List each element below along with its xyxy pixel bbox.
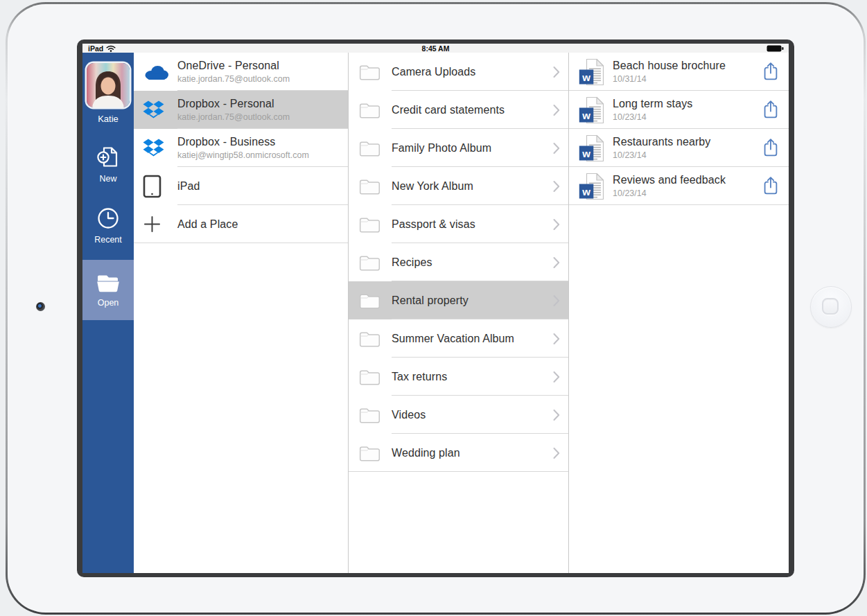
share-icon [763, 176, 778, 195]
folder-icon [359, 444, 392, 462]
folder-name: Rental property [392, 294, 468, 307]
svg-text:w: w [581, 71, 590, 83]
place-title: OneDrive - Personal [177, 60, 290, 72]
chevron-right-icon [553, 256, 560, 268]
chevron-right-icon [553, 333, 560, 344]
folder-item[interactable]: Tax returns [349, 358, 568, 396]
document-date: 10/31/14 [613, 74, 726, 84]
document-title: Long term stays [613, 98, 692, 110]
document-item[interactable]: w Beach house brochure 10/31/14 [569, 53, 789, 91]
folder-item[interactable]: New York Album [349, 167, 568, 205]
place-subtitle: katie.jordan.75@outlook.com [177, 74, 290, 84]
profile-button[interactable]: Katie [82, 63, 134, 124]
svg-text:w: w [581, 148, 590, 159]
folder-item[interactable]: Wedding plan [349, 434, 568, 472]
front-camera [36, 302, 45, 311]
place-title: Add a Place [177, 218, 238, 231]
places-panel[interactable]: OneDrive - Personal katie.jordan.75@outl… [134, 53, 349, 573]
word-document-icon: w [579, 134, 613, 162]
ipad-device: iPad 8:45 AM [6, 2, 866, 615]
folder-name: Credit card statements [392, 104, 505, 116]
folder-item[interactable]: Summer Vacation Album [349, 319, 568, 358]
folder-icon [359, 139, 392, 157]
share-icon [763, 62, 778, 80]
document-item[interactable]: w Long term stays 10/23/14 [569, 91, 789, 129]
share-button[interactable] [762, 98, 780, 122]
sidebar-item-new[interactable]: New [82, 138, 134, 191]
place-icon-holder [143, 139, 177, 158]
avatar [87, 63, 130, 107]
share-button[interactable] [762, 175, 780, 198]
document-title: Restaurants nearby [613, 136, 710, 148]
place-item[interactable]: iPad [134, 167, 348, 205]
sidebar-item-open[interactable]: Open [82, 260, 134, 320]
ipad-icon [143, 175, 161, 198]
plus-icon [143, 215, 161, 234]
folder-name: Summer Vacation Album [392, 333, 514, 345]
folder-item[interactable]: Rental property [349, 281, 568, 319]
place-item[interactable]: Dropbox - Personal katie.jordan.75@outlo… [134, 91, 348, 129]
folder-icon [359, 292, 392, 310]
folder-item[interactable]: Passport & visas [349, 205, 568, 243]
place-item[interactable]: Dropbox - Business katiej@wingtip58.onmi… [134, 129, 348, 167]
place-title: Dropbox - Personal [177, 98, 290, 110]
place-title: iPad [177, 180, 200, 193]
document-item[interactable]: w Reviews and feedback 10/23/14 [569, 167, 789, 205]
folder-name: Tax returns [392, 371, 447, 383]
document-item[interactable]: w Restaurants nearby 10/23/14 [569, 129, 789, 167]
sidebar-item-recent[interactable]: Recent [82, 199, 134, 252]
folder-item[interactable]: Family Photo Album [349, 129, 568, 167]
chevron-right-icon [553, 180, 560, 192]
place-subtitle: katie.jordan.75@outlook.com [177, 112, 290, 122]
place-subtitle: katiej@wingtip58.onmicrosoft.com [177, 150, 309, 160]
sidebar-item-label: Recent [94, 235, 122, 245]
word-document-icon: w [579, 173, 613, 200]
folder-name: New York Album [392, 180, 473, 193]
clock: 8:45 AM [82, 44, 789, 53]
folder-item[interactable]: Credit card statements [349, 91, 568, 129]
screenshot-canvas: iPad 8:45 AM [0, 0, 867, 616]
folder-item[interactable]: Recipes [349, 243, 568, 281]
status-bar: iPad 8:45 AM [82, 44, 789, 53]
folder-icon [359, 101, 392, 119]
folder-name: Family Photo Album [392, 142, 491, 155]
chevron-right-icon [553, 409, 560, 421]
svg-text:w: w [581, 186, 590, 197]
chevron-right-icon [553, 218, 560, 230]
share-button[interactable] [762, 137, 780, 160]
app-sidebar: Katie New [82, 53, 134, 573]
folder-item[interactable]: Camera Uploads [349, 53, 568, 91]
open-folder-icon [96, 273, 121, 294]
folder-item[interactable]: Videos [349, 396, 568, 434]
chevron-right-icon [553, 294, 560, 306]
dropbox-icon [143, 100, 164, 120]
folders-panel[interactable]: Camera Uploads Credit card statements Fa… [349, 53, 569, 573]
place-item[interactable]: Add a Place [134, 205, 348, 243]
folder-icon [359, 215, 392, 234]
folder-name: Recipes [392, 256, 432, 269]
folder-name: Wedding plan [392, 447, 460, 459]
place-item[interactable]: OneDrive - Personal katie.jordan.75@outl… [134, 53, 348, 91]
chevron-right-icon [553, 66, 560, 78]
chevron-right-icon [553, 142, 560, 154]
folder-name: Videos [392, 409, 426, 421]
user-name: Katie [82, 114, 134, 124]
share-icon [763, 138, 778, 157]
document-title: Reviews and feedback [613, 174, 726, 186]
sidebar-item-label: New [99, 174, 116, 184]
documents-panel[interactable]: w Beach house brochure 10/31/14 [569, 53, 789, 573]
folder-icon [359, 406, 392, 424]
ipad-bezel: iPad 8:45 AM [8, 4, 864, 613]
home-button[interactable] [810, 286, 852, 328]
document-date: 10/23/14 [613, 112, 692, 122]
folder-icon [359, 368, 392, 386]
home-button-glyph [822, 298, 839, 315]
folder-icon [359, 63, 392, 81]
folder-icon [359, 330, 392, 348]
word-document-icon: w [579, 58, 613, 86]
share-button[interactable] [762, 60, 780, 84]
chevron-right-icon [553, 371, 560, 382]
svg-text:w: w [581, 109, 590, 121]
place-icon-holder [143, 215, 177, 234]
folder-icon [359, 254, 392, 272]
